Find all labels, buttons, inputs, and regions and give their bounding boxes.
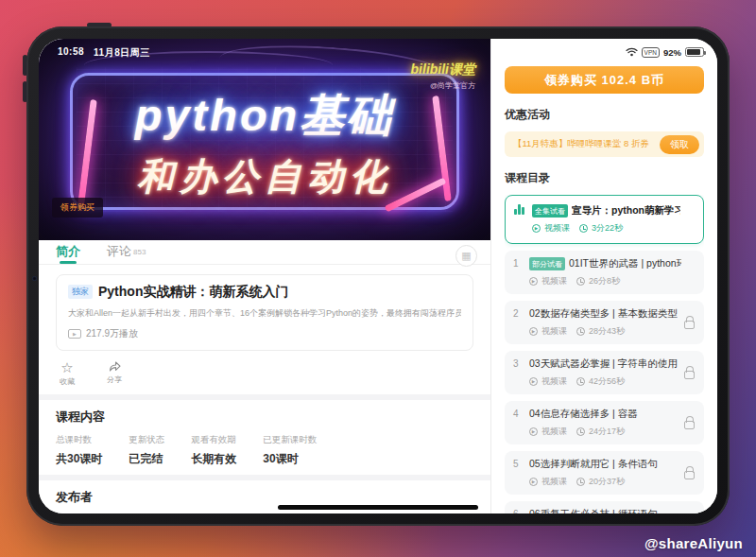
clock-icon (576, 277, 585, 286)
course-stats: 总课时数 共30课时 更新状态 已完结 观看有效期 长期有效 已更新课时数 30… (56, 434, 473, 467)
stat-value: 30课时 (263, 451, 317, 467)
stat-label: 已更新课时数 (263, 434, 317, 446)
lesson-item[interactable]: 5 05选择判断就用它 | 条件语句 ▶ 视频课 20分37秒 (505, 451, 704, 495)
lesson-main: 03天赋武器必掌握 | 字符串的使用 ▶ 视频课 42分56秒 (529, 357, 681, 388)
comments-count: 853 (133, 248, 146, 256)
lesson-duration: 20分37秒 (589, 476, 625, 488)
lesson-title: 06重复工作必杀技 | 循环语句 (529, 508, 658, 513)
lesson-type: 视频课 (544, 222, 570, 235)
lesson-main: 02数据存储类型多 | 基本数据类型 ▶ 视频课 28分43秒 (529, 307, 681, 338)
wifi-icon (626, 47, 638, 57)
lesson-item[interactable]: 6 06重复工作必杀技 | 循环语句 ▶ 视频课 25分32秒 (505, 501, 704, 513)
neon-title-line1: python基础 (135, 86, 395, 146)
stat-value: 共30课时 (56, 451, 102, 467)
lesson-item[interactable]: 3 03天赋武器必掌握 | 字符串的使用 ▶ 视频课 42分56秒 (505, 351, 704, 394)
favorite-button[interactable]: ☆ 收藏 (60, 360, 75, 387)
lesson-duration: 42分56秒 (589, 375, 625, 388)
playing-equalizer-icon (514, 204, 526, 215)
logo-text: bilibili课堂 (411, 61, 475, 78)
lesson-meta: ▶ 视频课 24分17秒 (529, 426, 681, 438)
lesson-index: 5 (513, 458, 524, 488)
lesson-type: 视频课 (541, 476, 567, 488)
lesson-type: 视频课 (541, 275, 567, 287)
purchase-sidebar: VPN 92% 领券购买 102.4 B币 优惠活动 【11月特惠】哔哩哔哩课堂… (490, 39, 717, 513)
tab-bar: 简介 评论 853 ▦ (39, 240, 490, 265)
stat-value: 长期有效 (191, 451, 236, 467)
buy-with-coupon-button[interactable]: 领券购买 102.4 B币 (505, 66, 704, 94)
stat-validity: 观看有效期 长期有效 (191, 434, 236, 467)
action-buttons: ☆ 收藏 分享 (60, 360, 470, 387)
lesson-list: 全集试看 宣导片：python萌新学习指南 ▶ 视频课 3分22秒 1 部分试看… (505, 195, 704, 513)
tab-intro[interactable]: 简介 (56, 240, 80, 264)
lesson-item[interactable]: 1 部分试看 01IT世界的武器 | python环境搭建_第一个 ▶ 视频课 … (505, 251, 704, 294)
lesson-type: 视频课 (541, 325, 567, 338)
catalog-heading: 课程目录 (505, 170, 704, 186)
main-column: python基础 和办公自动化 10:58 11月8日周三 bilibili课堂… (39, 39, 490, 513)
play-circle-icon: ▶ (532, 224, 541, 233)
lesson-title: 05选择判断就用它 | 条件语句 (529, 458, 658, 471)
lock-icon (684, 371, 695, 379)
publisher-heading: 发布者 (56, 489, 473, 506)
trial-badge: 部分试看 (529, 257, 565, 270)
lesson-main: 全集试看 宣导片：python萌新学习指南 ▶ 视频课 3分22秒 (532, 204, 680, 235)
tab-comments-label: 评论 (107, 243, 131, 260)
favorite-label: 收藏 (60, 376, 75, 387)
claim-coupon-button[interactable]: 领取 (660, 135, 699, 154)
bilibili-class-logo: bilibili课堂 @尚学堂官方 (411, 61, 475, 91)
lesson-index: 2 (513, 307, 524, 338)
status-bar-left: 10:58 11月8日周三 (58, 46, 150, 60)
coupon-text: 【11月特惠】哔哩哔哩课堂 8 折券 (513, 138, 654, 150)
battery-percent: 92% (663, 47, 681, 58)
lesson-index: 6 (513, 508, 524, 513)
lesson-index: 1 (513, 257, 524, 287)
lesson-item[interactable]: 4 04信息存储选择多 | 容器 ▶ 视频课 24分17秒 (505, 401, 704, 444)
course-title: Python实战精讲：萌新系统入门 (98, 284, 288, 301)
lesson-index: 3 (513, 357, 524, 388)
home-indicator[interactable] (278, 505, 478, 510)
stat-label: 更新状态 (129, 434, 164, 446)
course-content-section: 课程内容 总课时数 共30课时 更新状态 已完结 观看有效期 长期有效 (39, 400, 490, 475)
lock-icon (684, 421, 695, 429)
panel-widget-icon[interactable]: ▦ (455, 245, 477, 267)
lesson-duration: 24分17秒 (589, 426, 625, 438)
coupon-row: 【11月特惠】哔哩哔哩课堂 8 折券 领取 (505, 131, 704, 157)
lesson-duration: 3分22秒 (592, 222, 623, 235)
lesson-item[interactable]: 全集试看 宣导片：python萌新学习指南 ▶ 视频课 3分22秒 (505, 195, 704, 244)
lesson-title: 02数据存储类型多 | 基本数据类型 (529, 307, 678, 321)
clock-icon (576, 427, 585, 436)
clock-icon (579, 224, 588, 233)
status-bar-right: VPN 92% (505, 45, 704, 59)
lesson-main: 04信息存储选择多 | 容器 ▶ 视频课 24分17秒 (529, 408, 681, 438)
lesson-title: 宣导片：python萌新学习指南 (572, 204, 680, 218)
front-camera (32, 276, 37, 281)
lesson-meta: ▶ 视频课 3分22秒 (532, 222, 680, 235)
play-count-row: ▶ 217.9万播放 (68, 327, 461, 340)
play-circle-icon: ▶ (529, 478, 538, 486)
tab-intro-label: 简介 (56, 243, 80, 260)
lesson-meta: ▶ 视频课 20分37秒 (529, 476, 681, 488)
promo-heading: 优惠活动 (505, 107, 704, 123)
watermark: @shareAliyun (644, 535, 743, 551)
play-circle-icon: ▶ (529, 377, 538, 386)
lesson-duration: 28分43秒 (589, 325, 625, 338)
lesson-duration: 26分8秒 (589, 275, 620, 287)
lesson-title: 01IT世界的武器 | python环境搭建_第一个 (569, 257, 681, 270)
lesson-meta: ▶ 视频课 42分56秒 (529, 375, 681, 388)
exclusive-badge: 独家 (68, 285, 93, 299)
play-circle-icon: ▶ (529, 277, 538, 286)
play-circle-icon: ▶ (529, 427, 538, 436)
lesson-main: 部分试看 01IT世界的武器 | python环境搭建_第一个 ▶ 视频课 26… (529, 257, 681, 287)
tablet-device: python基础 和办公自动化 10:58 11月8日周三 bilibili课堂… (26, 26, 730, 526)
lesson-type: 视频课 (541, 426, 567, 438)
tab-comments[interactable]: 评论 853 (107, 240, 146, 264)
share-button[interactable]: 分享 (107, 360, 122, 387)
lesson-index: 4 (513, 408, 524, 438)
video-coupon-tag[interactable]: 领券购买 (52, 198, 103, 218)
lesson-item[interactable]: 2 02数据存储类型多 | 基本数据类型 ▶ 视频课 28分43秒 (505, 301, 704, 344)
clock-icon (576, 327, 585, 336)
share-icon (108, 360, 122, 373)
stat-update-status: 更新状态 已完结 (129, 434, 164, 467)
lock-icon (684, 471, 695, 479)
video-player[interactable]: python基础 和办公自动化 10:58 11月8日周三 bilibili课堂… (39, 39, 490, 240)
neon-title-line2: 和办公自动化 (137, 151, 392, 202)
